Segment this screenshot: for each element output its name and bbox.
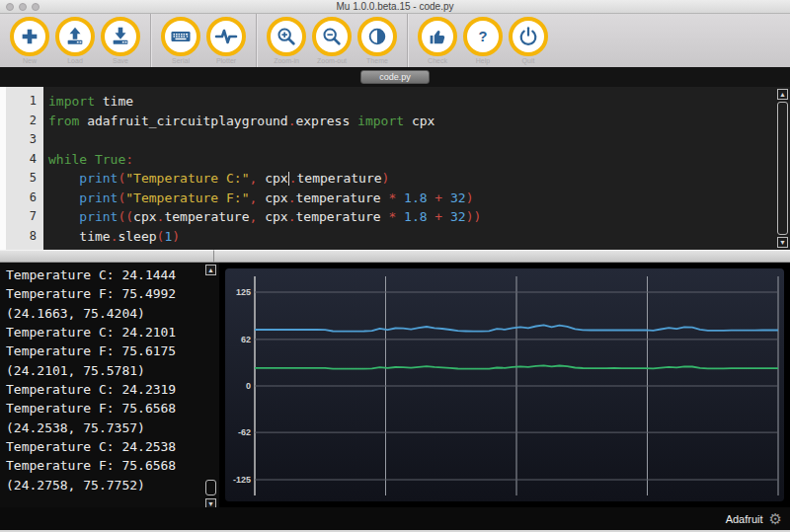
scroll-down-icon[interactable]: ▼ (205, 498, 216, 507)
code-area[interactable]: import timefrom adafruit_circuitplaygrou… (43, 87, 774, 250)
pulse-icon (206, 17, 246, 56)
line-number-gutter: 12345678 (0, 87, 43, 250)
console-line: Temperature C: 24.2319 (6, 380, 213, 399)
svg-text:-125: -125 (233, 475, 251, 485)
button-label: Load (67, 57, 83, 64)
code-line: time.sleep(1) (48, 227, 774, 247)
zoom-out-icon (312, 17, 352, 56)
zoom-in-icon (267, 17, 306, 56)
button-label: Save (113, 57, 128, 64)
power-icon (509, 17, 548, 56)
new-button[interactable]: New (10, 17, 49, 64)
console-scrollbar[interactable]: ▲ ▼ (204, 265, 216, 505)
button-label: Zoom-out (317, 57, 347, 64)
line-number: 7 (6, 207, 43, 227)
bottom-panes: Temperature C: 24.1444Temperature F: 75.… (0, 263, 790, 507)
tab-bar: code.py (0, 67, 790, 87)
mu-editor-window: Mu 1.0.0.beta.15 - code.py New Load Sav (0, 0, 790, 532)
title-bar: Mu 1.0.0.beta.15 - code.py (0, 0, 790, 14)
gear-icon[interactable]: ⚙ (769, 511, 782, 526)
console-line: Temperature C: 24.1444 (6, 266, 213, 284)
scroll-down-icon[interactable]: ▼ (777, 237, 788, 248)
thumbs-up-icon (418, 17, 457, 56)
line-number: 8 (6, 227, 43, 247)
button-label: Check (428, 57, 447, 64)
code-line: print((cpx.temperature, cpx.temperature … (48, 207, 774, 227)
download-icon (101, 17, 140, 56)
line-number: 4 (6, 150, 43, 170)
code-line: while True: (48, 150, 774, 170)
svg-text:0: 0 (246, 381, 251, 391)
upload-icon (55, 17, 95, 56)
code-line: from adafruit_circuitplayground.express … (48, 112, 774, 131)
theme-button[interactable]: Theme (357, 17, 397, 64)
pane-splitter[interactable] (0, 250, 790, 263)
svg-text:125: 125 (236, 287, 251, 297)
console-line: (24.2758, 75.7752) (6, 476, 213, 494)
line-number: 6 (6, 189, 43, 208)
button-label: Zoom-in (274, 57, 299, 64)
window-title: Mu 1.0.0.beta.15 - code.py (0, 1, 790, 12)
scrollbar-thumb[interactable] (205, 480, 216, 495)
console-line: (24.2101, 75.5781) (6, 361, 213, 380)
zoom-in-button[interactable]: Zoom-in (267, 17, 306, 64)
plotter-button[interactable]: Plotter (206, 17, 246, 64)
temperature-plot: 125620-62-125 (225, 268, 784, 501)
code-line: import time (48, 92, 774, 112)
plot-canvas: 125620-62-125 (225, 268, 784, 501)
console-line: Temperature F: 75.4992 (6, 284, 213, 303)
console-line: Temperature C: 24.2538 (6, 437, 213, 456)
svg-text:-62: -62 (238, 427, 251, 437)
svg-text:?: ? (479, 29, 488, 44)
serial-console[interactable]: Temperature C: 24.1444Temperature F: 75.… (0, 263, 219, 507)
plotter-pane: 125620-62-125 (219, 263, 790, 507)
serial-button[interactable]: Serial (161, 17, 200, 64)
button-label: Serial (172, 57, 190, 64)
keyboard-icon (161, 17, 200, 56)
contrast-icon (357, 17, 397, 56)
scroll-up-icon[interactable]: ▲ (205, 265, 216, 275)
toolbar: New Load Save Serial (0, 14, 790, 67)
code-line: print("Temperature F:", cpx.temperature … (48, 189, 774, 208)
zoom-out-button[interactable]: Zoom-out (312, 17, 352, 64)
button-label: Plotter (216, 57, 236, 64)
button-label: Theme (366, 57, 388, 64)
line-number: 1 (6, 92, 43, 112)
console-line: Temperature C: 24.2101 (6, 323, 213, 342)
console-line: (24.1663, 75.4204) (6, 304, 213, 323)
button-label: New (23, 57, 37, 64)
button-label: Help (476, 57, 490, 64)
svg-text:62: 62 (241, 335, 251, 344)
quit-button[interactable]: Quit (509, 17, 548, 64)
tab-code-py[interactable]: code.py (360, 70, 430, 84)
console-line: Temperature F: 75.6568 (6, 399, 213, 418)
console-line: (24.2538, 75.7357) (6, 418, 213, 437)
line-number: 2 (6, 112, 43, 131)
help-button[interactable]: ? Help (463, 17, 503, 64)
plus-icon (10, 17, 49, 56)
code-line (48, 130, 774, 150)
mode-label: Adafruit (726, 513, 763, 525)
scroll-up-icon[interactable]: ▲ (777, 89, 788, 100)
splitter-handle-left[interactable] (0, 250, 214, 263)
code-editor[interactable]: 12345678 import timefrom adafruit_circui… (0, 87, 790, 250)
splitter-handle-right[interactable] (214, 250, 790, 263)
question-icon: ? (463, 17, 503, 56)
status-bar: Adafruit ⚙ (0, 507, 790, 532)
editor-scrollbar[interactable]: ▲ ▼ (776, 89, 788, 248)
load-button[interactable]: Load (55, 17, 95, 64)
console-line: Temperature F: 75.6568 (6, 456, 213, 475)
code-line: print("Temperature C:", cpx.temperature) (48, 169, 774, 189)
check-button[interactable]: Check (418, 17, 457, 64)
console-line: Temperature F: 75.6175 (6, 342, 213, 360)
scrollbar-thumb[interactable] (777, 102, 788, 235)
save-button[interactable]: Save (101, 17, 140, 64)
line-number: 3 (6, 130, 43, 150)
line-number: 5 (6, 169, 43, 189)
button-label: Quit (522, 57, 535, 64)
